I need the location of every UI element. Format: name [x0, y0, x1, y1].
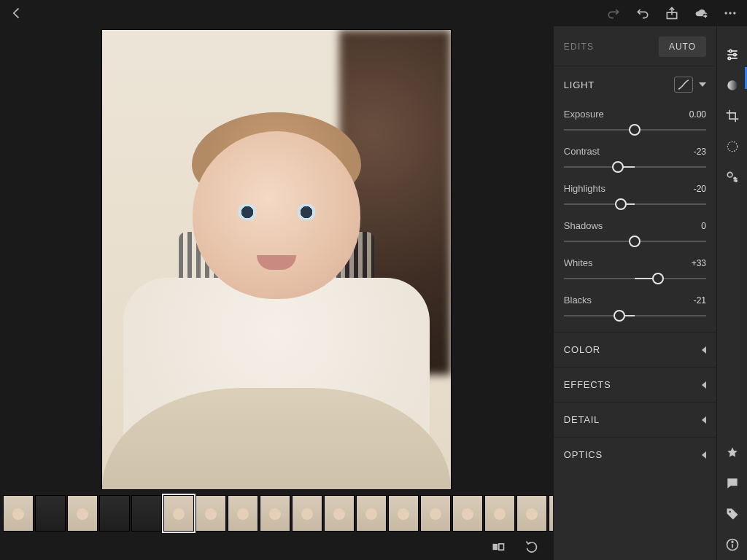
chevron-down-icon[interactable] [699, 82, 706, 87]
slider-contrast[interactable]: Contrast-23 [564, 140, 706, 177]
slider-blacks[interactable]: Blacks-21 [564, 289, 706, 326]
svg-point-12 [728, 57, 730, 59]
slider-value: 0.00 [689, 109, 706, 120]
section-detail-header[interactable]: DETAIL [554, 402, 716, 437]
before-after-button[interactable] [490, 539, 506, 555]
redo-button[interactable] [605, 5, 622, 21]
slider-handle[interactable] [652, 273, 664, 284]
slider-track[interactable] [564, 161, 706, 173]
slider-handle[interactable] [615, 198, 627, 210]
filmstrip-thumb[interactable] [67, 495, 98, 532]
filmstrip-thumb[interactable] [420, 495, 451, 532]
filmstrip-thumb[interactable] [324, 495, 355, 532]
slider-shadows[interactable]: Shadows0 [564, 214, 706, 252]
slider-exposure[interactable]: Exposure0.00 [564, 103, 706, 140]
filmstrip-thumb[interactable] [292, 495, 322, 532]
slider-handle[interactable] [612, 161, 624, 173]
filmstrip-thumb[interactable] [35, 495, 66, 532]
slider-handle[interactable] [629, 124, 640, 136]
section-title: OPTICS [564, 449, 603, 460]
section-detail: DETAIL [554, 402, 716, 437]
light-sliders: Exposure0.00Contrast-23Highlights-20Shad… [554, 103, 716, 332]
filmstrip-thumb[interactable] [196, 495, 226, 532]
filmstrip-thumb[interactable] [388, 495, 419, 532]
section-light: LIGHT Exposure0.00Contrast-23Highlights-… [554, 66, 716, 332]
tone-curve-icon[interactable] [674, 77, 693, 93]
slider-handle[interactable] [629, 236, 640, 247]
auto-button[interactable]: AUTO [659, 36, 706, 57]
slider-track[interactable] [564, 310, 706, 322]
slider-track[interactable] [564, 124, 706, 136]
healing-brush-icon[interactable] [717, 131, 748, 162]
filmstrip-thumb[interactable] [356, 495, 387, 532]
edit-panel: EDITS AUTO LIGHT Exposure0.00Contrast-23… [553, 26, 716, 560]
top-toolbar [0, 0, 747, 26]
section-color: COLOR [554, 332, 716, 367]
slider-label: Highlights [564, 183, 605, 194]
section-effects-header[interactable]: EFFECTS [554, 368, 716, 402]
local-adjust-icon[interactable] [717, 162, 748, 192]
svg-rect-5 [492, 544, 498, 550]
filmstrip-thumb[interactable] [549, 495, 553, 532]
slider-handle[interactable] [614, 310, 625, 322]
star-icon[interactable] [717, 438, 748, 468]
slider-whites[interactable]: Whites+33 [564, 252, 706, 289]
reset-button[interactable] [524, 539, 540, 555]
more-button[interactable] [722, 5, 738, 21]
filmstrip-thumb[interactable] [3, 495, 34, 532]
chevron-left-icon [702, 381, 706, 389]
filmstrip[interactable] [0, 493, 553, 534]
bottom-tools [0, 534, 553, 560]
filmstrip-thumb[interactable] [131, 495, 162, 532]
chevron-left-icon [702, 346, 706, 354]
share-button[interactable] [664, 5, 680, 21]
crop-icon[interactable] [717, 101, 748, 131]
photo-preview[interactable] [101, 29, 452, 490]
section-optics-header[interactable]: OPTICS [554, 438, 716, 472]
svg-point-18 [734, 177, 736, 179]
slider-value: +33 [692, 258, 706, 268]
undo-button[interactable] [635, 5, 651, 21]
section-color-header[interactable]: COLOR [554, 332, 716, 367]
svg-point-20 [729, 510, 731, 513]
svg-point-10 [729, 50, 731, 52]
svg-point-11 [733, 53, 735, 55]
svg-point-13 [727, 80, 737, 90]
tool-rail [716, 26, 747, 560]
slider-track[interactable] [564, 198, 706, 210]
info-icon[interactable] [717, 529, 748, 560]
filmstrip-thumb[interactable] [260, 495, 290, 532]
gradient-circle-icon[interactable] [717, 70, 748, 101]
tag-icon[interactable] [717, 499, 748, 529]
canvas-wrap [0, 26, 553, 493]
filmstrip-thumb[interactable] [452, 495, 483, 532]
slider-label: Whites [564, 257, 593, 268]
filmstrip-thumb[interactable] [228, 495, 258, 532]
app-root: EDITS AUTO LIGHT Exposure0.00Contrast-23… [0, 0, 747, 560]
comment-icon[interactable] [717, 468, 748, 499]
adjust-sliders-icon[interactable] [717, 39, 748, 70]
svg-point-14 [727, 141, 737, 151]
main-area: EDITS AUTO LIGHT Exposure0.00Contrast-23… [0, 26, 747, 560]
slider-value: -20 [694, 184, 706, 194]
slider-value: -23 [694, 147, 706, 157]
svg-rect-6 [499, 544, 504, 550]
filmstrip-thumb[interactable] [516, 495, 547, 532]
section-light-header[interactable]: LIGHT [554, 66, 716, 103]
filmstrip-thumb[interactable] [163, 495, 194, 532]
back-button[interactable] [9, 5, 25, 21]
canvas-column [0, 26, 553, 560]
slider-track[interactable] [564, 236, 706, 247]
slider-highlights[interactable]: Highlights-20 [564, 177, 706, 214]
slider-label: Contrast [564, 146, 600, 157]
svg-point-4 [733, 12, 735, 14]
panel-header: EDITS AUTO [554, 26, 716, 66]
slider-value: 0 [701, 221, 706, 231]
filmstrip-thumb[interactable] [99, 495, 130, 532]
chevron-left-icon [702, 416, 706, 424]
svg-point-3 [729, 12, 731, 14]
slider-track[interactable] [564, 273, 706, 284]
cloud-sync-button[interactable] [693, 5, 709, 21]
section-light-title: LIGHT [564, 79, 595, 90]
filmstrip-thumb[interactable] [484, 495, 515, 532]
